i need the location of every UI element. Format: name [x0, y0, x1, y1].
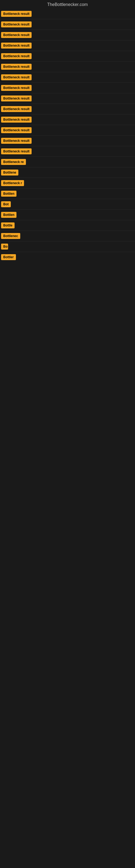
bottleneck-badge[interactable]: Bottleneck result: [1, 64, 32, 70]
bottleneck-badge[interactable]: Bottleneck result: [1, 95, 32, 101]
bottleneck-item: Bottlen: [0, 189, 135, 198]
bottleneck-badge[interactable]: Bottle: [1, 222, 14, 228]
bottleneck-item: Bottler: [0, 252, 135, 262]
bottleneck-item: Bottleneck result: [0, 126, 135, 135]
bottleneck-item: Bottleneck result: [0, 147, 135, 156]
bottleneck-item: Bottlen: [0, 210, 135, 219]
bottleneck-badge[interactable]: Bottleneck result: [1, 138, 32, 144]
bottleneck-badge[interactable]: Bottleneck result: [1, 74, 32, 80]
row-separator: [0, 83, 135, 83]
bottleneck-item: Bottle: [0, 221, 135, 230]
bottleneck-badge[interactable]: Bottlen: [1, 191, 16, 197]
bottleneck-item: Bottleneck result: [0, 83, 135, 93]
bottleneck-item: Bottleneck result: [0, 136, 135, 145]
row-separator: [0, 199, 135, 199]
bottleneck-badge[interactable]: Bottleneck result: [1, 11, 32, 17]
row-separator: [0, 252, 135, 252]
bottleneck-item: Bottleneck result: [0, 104, 135, 114]
row-separator: [0, 72, 135, 72]
bottleneck-badge[interactable]: Bo: [1, 244, 8, 250]
bottleneck-item: Bottleneck result: [0, 52, 135, 61]
bottleneck-badge[interactable]: Bottleneck r: [1, 180, 24, 186]
bottleneck-item: Bottleneck result: [0, 62, 135, 71]
row-separator: [0, 125, 135, 125]
bottleneck-badge[interactable]: Bottlenec: [1, 233, 20, 239]
bottleneck-badge[interactable]: Bottlene: [1, 169, 18, 176]
row-separator: [0, 61, 135, 62]
row-separator: [0, 178, 135, 178]
bottleneck-item: Bottleneck result: [0, 115, 135, 124]
bottleneck-item: Bottleneck result: [0, 73, 135, 82]
bottleneck-item: Bottlene: [0, 168, 135, 177]
bottleneck-badge[interactable]: Bottleneck result: [1, 85, 32, 91]
bottleneck-badge[interactable]: Bottleneck result: [1, 148, 32, 154]
row-separator: [0, 30, 135, 30]
bottleneck-badge[interactable]: Bottler: [1, 254, 16, 260]
bottleneck-badge[interactable]: Bottleneck result: [1, 32, 32, 38]
bottleneck-badge[interactable]: Bottleneck result: [1, 53, 32, 59]
bottleneck-badge[interactable]: Bottleneck result: [1, 127, 32, 133]
row-separator: [0, 40, 135, 40]
bottleneck-badge[interactable]: Bottleneck result: [1, 117, 32, 123]
bottleneck-item: Bo: [0, 242, 135, 251]
bottleneck-item: Bottleneck result: [0, 41, 135, 50]
bottleneck-badge[interactable]: Bottleneck re: [1, 159, 26, 165]
row-separator: [0, 156, 135, 157]
row-separator: [0, 146, 135, 146]
site-title: TheBottlenecker.com: [0, 0, 135, 9]
bottleneck-badge[interactable]: Bottleneck result: [1, 22, 32, 27]
row-separator: [0, 209, 135, 210]
bottleneck-item: Bottleneck r: [0, 179, 135, 188]
bottleneck-item: Bottleneck result: [0, 9, 135, 19]
row-separator: [0, 230, 135, 231]
bottleneck-item: Bottleneck re: [0, 157, 135, 166]
bottleneck-badge[interactable]: Bottleneck result: [1, 42, 32, 49]
bottleneck-item: Bottlenec: [0, 231, 135, 241]
bottleneck-item: Bottleneck result: [0, 94, 135, 103]
row-separator: [0, 167, 135, 167]
row-separator: [0, 220, 135, 220]
bottleneck-badge[interactable]: Bottlen: [1, 212, 16, 218]
bottleneck-item: Bot: [0, 199, 135, 209]
row-separator: [0, 114, 135, 115]
bottleneck-badge[interactable]: Bottleneck result: [1, 106, 32, 112]
bottleneck-badge[interactable]: Bot: [1, 201, 11, 207]
row-separator: [0, 93, 135, 93]
row-separator: [0, 19, 135, 19]
bottleneck-item: Bottleneck result: [0, 30, 135, 40]
bottleneck-item: Bottleneck result: [0, 20, 135, 29]
